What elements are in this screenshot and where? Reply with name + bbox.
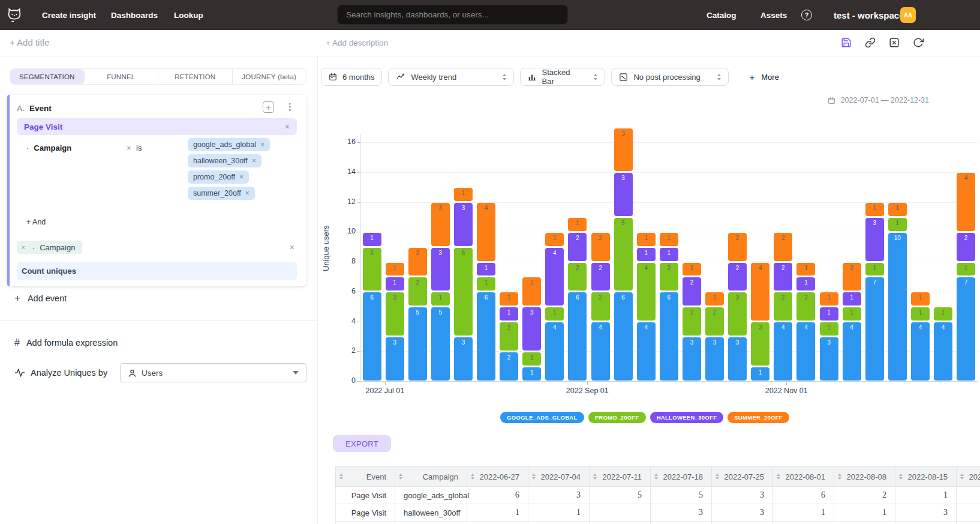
sort-icon[interactable] (654, 474, 658, 480)
bar-segment-google_ads_global[interactable]: 4 (911, 322, 930, 381)
event-menu-icon[interactable]: ⋮ (285, 101, 294, 112)
bar-segment-summer_20off[interactable]: 4 (477, 203, 495, 261)
bar-segment-summer_20off[interactable]: 2 (591, 233, 610, 261)
bar-segment-google_ads_global[interactable]: 1 (522, 367, 541, 381)
bar-segment-promo_20off[interactable]: 1 (957, 263, 975, 276)
bar-segment-google_ads_global[interactable]: 4 (934, 322, 952, 381)
remove-breakdown-row-icon[interactable]: × (290, 242, 294, 252)
bar-segment-summer_20off[interactable]: 1 (683, 263, 701, 276)
bar-segment-halloween_30off[interactable]: 3 (614, 173, 633, 216)
bar-segment-halloween_30off[interactable]: 2 (591, 263, 610, 291)
bar-segment-halloween_30off[interactable]: 1 (386, 277, 404, 291)
tab-segmentation[interactable]: SEGMENTATION (10, 69, 85, 84)
bar-segment-halloween_30off[interactable]: 1 (637, 248, 656, 261)
sort-icon[interactable] (399, 474, 402, 480)
column-header-2022-07-18[interactable]: 2022-07-18 (651, 467, 712, 487)
bar-segment-halloween_30off[interactable]: 1 (500, 307, 518, 321)
remove-value-icon[interactable]: × (260, 140, 264, 149)
bar-segment-google_ads_global[interactable]: 5 (431, 307, 450, 380)
nav-assets[interactable]: Assets (760, 0, 787, 30)
bar-segment-promo_20off[interactable]: 3 (751, 322, 769, 366)
column-header-2022-08-08[interactable]: 2022-08-08 (834, 467, 895, 487)
bar-segment-google_ads_global[interactable]: 6 (477, 292, 495, 380)
bar-segment-promo_20off[interactable]: 2 (408, 277, 427, 306)
bar-segment-promo_20off[interactable]: 2 (591, 292, 610, 321)
sort-icon[interactable] (532, 474, 536, 480)
column-header-2022-07-25[interactable]: 2022-07-25 (712, 467, 773, 487)
filter-property[interactable]: · Campaign (26, 143, 71, 152)
nav-dashboards[interactable]: Dashboards (111, 0, 158, 30)
remove-breakdown-icon[interactable]: × (22, 244, 25, 251)
remove-filter-icon[interactable]: × (127, 143, 131, 152)
column-header-2022-08-15[interactable]: 2022-08-15 (895, 467, 957, 487)
bar-segment-promo_20off[interactable]: 2 (568, 263, 587, 291)
bar-segment-google_ads_global[interactable]: 4 (796, 322, 815, 381)
tab-journey-beta[interactable]: JOURNEY (beta) (233, 69, 306, 84)
bar-segment-promo_20off[interactable]: 2 (500, 322, 518, 351)
bar-segment-halloween_30off[interactable]: 3 (522, 307, 541, 351)
bar-segment-summer_20off[interactable]: 4 (957, 173, 975, 231)
nav-create-insight[interactable]: Create insight (42, 0, 96, 30)
bar-segment-google_ads_global[interactable]: 4 (774, 322, 792, 381)
column-header-2022-07-04[interactable]: 2022-07-04 (528, 467, 590, 487)
sort-icon[interactable] (471, 474, 474, 480)
bar-segment-halloween_30off[interactable]: 2 (683, 277, 701, 306)
legend-item-halloween_30off[interactable]: HALLOWEEN_30OFF (650, 412, 724, 423)
sort-icon[interactable] (838, 474, 841, 480)
help-icon[interactable]: ? (801, 10, 812, 20)
bar-segment-promo_20off[interactable]: 2 (796, 292, 815, 321)
bar-segment-halloween_30off[interactable]: 4 (545, 248, 564, 306)
bar-segment-summer_20off[interactable]: 3 (614, 128, 633, 172)
bar-segment-promo_20off[interactable]: 5 (614, 218, 633, 291)
tab-retention[interactable]: RETENTION (158, 69, 233, 84)
sort-icon[interactable] (960, 474, 964, 480)
bar-segment-promo_20off[interactable]: 3 (728, 292, 747, 336)
filter-operator[interactable]: is (136, 143, 142, 152)
bar-segment-promo_20off[interactable]: 2 (774, 292, 792, 321)
bar-segment-google_ads_global[interactable]: 4 (545, 322, 564, 381)
bar-segment-summer_20off[interactable]: 4 (751, 263, 769, 321)
bar-segment-halloween_30off[interactable]: 2 (957, 233, 975, 261)
bar-segment-google_ads_global[interactable]: 3 (386, 337, 404, 381)
bar-segment-summer_20off[interactable]: 2 (728, 233, 747, 261)
search-input[interactable] (337, 5, 568, 25)
breakdown-pill[interactable]: × · Campaign (17, 241, 82, 254)
bar-segment-google_ads_global[interactable]: 7 (865, 277, 884, 380)
bar-segment-promo_20off[interactable]: 4 (637, 263, 656, 321)
bar-segment-promo_20off[interactable]: 1 (911, 307, 930, 321)
bar-segment-summer_20off[interactable]: 3 (431, 203, 450, 246)
bar-segment-google_ads_global[interactable]: 6 (614, 292, 633, 380)
bar-segment-google_ads_global[interactable]: 4 (591, 322, 610, 381)
remove-value-icon[interactable]: × (252, 157, 256, 165)
column-header-2022-08-22[interactable]: 2022-08-22 (957, 467, 980, 487)
bar-segment-promo_20off[interactable]: 3 (363, 248, 381, 291)
export-button[interactable]: EXPORT (333, 435, 391, 452)
bar-segment-halloween_30off[interactable]: 3 (454, 203, 473, 246)
bar-segment-halloween_30off[interactable]: 3 (431, 248, 450, 291)
bar-segment-google_ads_global[interactable]: 5 (408, 307, 427, 380)
filter-value-pill[interactable]: summer_20off× (188, 187, 255, 200)
aggregation-selector[interactable]: Count uniques (17, 262, 297, 280)
analyze-by-select[interactable]: Users (120, 363, 306, 382)
bar-segment-summer_20off[interactable]: 2 (522, 277, 541, 306)
bar-segment-google_ads_global[interactable]: 6 (363, 292, 381, 380)
sort-icon[interactable] (777, 474, 780, 480)
bar-segment-summer_20off[interactable]: 1 (454, 188, 473, 201)
bar-segment-halloween_30off[interactable]: 1 (477, 263, 495, 276)
bar-segment-summer_20off[interactable]: 1 (386, 263, 404, 276)
clear-icon[interactable] (889, 37, 900, 48)
column-header-event[interactable]: Event (336, 467, 395, 487)
nav-catalog[interactable]: Catalog (707, 0, 736, 30)
bar-segment-google_ads_global[interactable]: 7 (957, 277, 975, 380)
bar-segment-halloween_30off[interactable]: 1 (660, 248, 678, 261)
bar-segment-halloween_30off[interactable]: 1 (820, 307, 838, 321)
bar-segment-summer_20off[interactable]: 1 (500, 292, 518, 306)
save-icon[interactable] (841, 37, 852, 48)
bar-segment-google_ads_global[interactable]: 4 (637, 322, 656, 381)
bar-segment-summer_20off[interactable]: 1 (568, 218, 587, 231)
bar-segment-halloween_30off[interactable]: 2 (728, 263, 747, 291)
tab-funnel[interactable]: FUNNEL (85, 69, 159, 84)
bar-segment-promo_20off[interactable]: 1 (888, 218, 907, 231)
bar-segment-promo_20off[interactable]: 3 (386, 292, 404, 336)
bar-segment-google_ads_global[interactable]: 3 (454, 337, 473, 381)
